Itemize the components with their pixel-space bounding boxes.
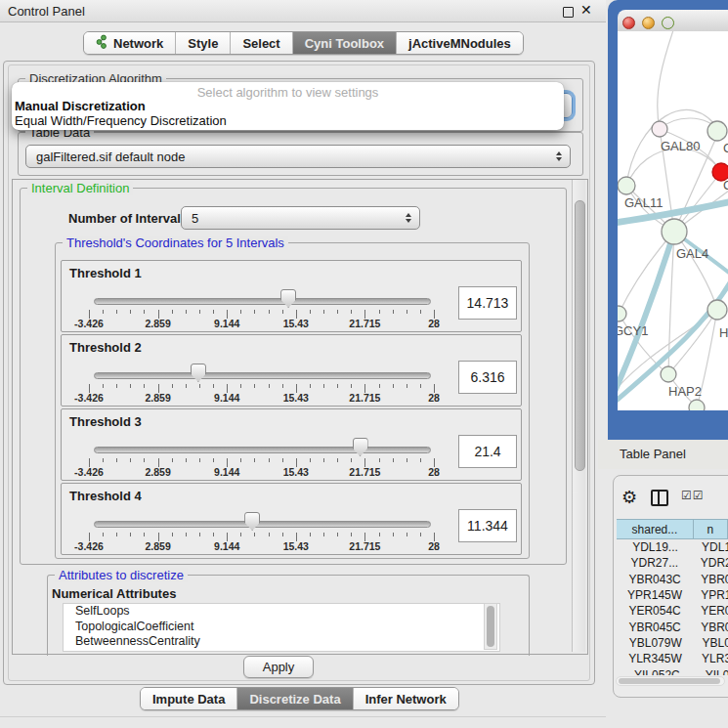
table-row[interactable]: YBL079WYBL0 bbox=[617, 635, 728, 651]
node-gcy1[interactable] bbox=[618, 306, 626, 321]
tab-cyni-toolbox[interactable]: Cyni Toolbox bbox=[293, 32, 397, 54]
combo-arrows-icon bbox=[556, 151, 562, 161]
threshold-4-label: Threshold 4 bbox=[69, 489, 142, 503]
node-bottom[interactable] bbox=[689, 400, 705, 410]
numerical-attributes-label: Numerical Attributes bbox=[52, 586, 176, 601]
table-data-value: galFiltered.sif default node bbox=[36, 150, 185, 164]
tab-jactivemnodules[interactable]: jActiveMNodules bbox=[397, 32, 523, 54]
cyni-bottom-tabs: Impute Data Discretize Data Infer Networ… bbox=[140, 687, 459, 710]
threshold-3-slider-thumb[interactable] bbox=[353, 438, 368, 456]
number-of-intervals-label: Number of Intervals bbox=[68, 211, 188, 226]
thresholds-group-title: Threshold's Coordinates for 5 Intervals bbox=[63, 236, 288, 250]
node-label-gal4: GAL4 bbox=[676, 246, 708, 261]
threshold-1-label: Threshold 1 bbox=[69, 266, 142, 280]
threshold-4-slider-track[interactable] bbox=[94, 521, 431, 528]
table-row[interactable]: YDR27...YDR2 bbox=[617, 555, 728, 571]
panel-scrollbar-thumb[interactable] bbox=[575, 200, 585, 471]
close-icon[interactable]: ✕ bbox=[580, 2, 592, 18]
table-panel-header: Table Panel bbox=[598, 440, 728, 469]
threshold-2-slider-thumb[interactable] bbox=[191, 364, 206, 382]
node-top-right[interactable] bbox=[707, 121, 727, 141]
attributes-group-title: Attributes to discretize bbox=[55, 568, 188, 582]
node-label-clipped-c: C bbox=[723, 178, 728, 193]
minimize-traffic-light-icon[interactable] bbox=[642, 17, 655, 29]
node-gal11[interactable] bbox=[618, 177, 635, 194]
divider bbox=[0, 716, 606, 717]
threshold-2-row: Threshold 2 -3.4262.8599.14415.4321.7152… bbox=[61, 334, 522, 407]
list-item[interactable]: SelfLoops bbox=[64, 604, 499, 620]
tab-style[interactable]: Style bbox=[176, 32, 231, 54]
node-attribute-table[interactable]: shared... n YDL19...YDL1 YDR27...YDR2 YB… bbox=[617, 519, 728, 675]
table-row[interactable]: YBR043CYBR0 bbox=[617, 572, 728, 587]
node-label-h: H bbox=[719, 325, 728, 340]
tab-impute-data[interactable]: Impute Data bbox=[141, 688, 237, 709]
table-row[interactable]: YER054CYER0 bbox=[617, 603, 728, 619]
threshold-4-row: Threshold 4 -3.4262.8599.14415.4321.7152… bbox=[61, 483, 522, 555]
panel-title: Control Panel bbox=[8, 4, 85, 19]
table-row[interactable]: YDL19...YDL1 bbox=[617, 539, 728, 555]
network-canvas[interactable]: GAL80 G C GAL11 GAL4 GCY1 H HAP2 bbox=[618, 31, 728, 410]
dropdown-option-manual[interactable]: Manual Discretization bbox=[15, 99, 146, 113]
network-window-titlebar bbox=[618, 10, 728, 32]
table-horizontal-scrollbar[interactable] bbox=[616, 676, 725, 686]
tab-discretize-data[interactable]: Discretize Data bbox=[237, 688, 353, 709]
node-h[interactable] bbox=[707, 300, 727, 320]
node-gal4[interactable] bbox=[662, 219, 687, 244]
threshold-2-value-field[interactable]: 6.316 bbox=[458, 361, 517, 394]
threshold-1-slider-track[interactable] bbox=[94, 298, 431, 305]
threshold-3-row: Threshold 3 -3.4262.8599.14415.4321.7152… bbox=[61, 408, 522, 481]
table-data-select[interactable]: galFiltered.sif default node bbox=[25, 145, 571, 168]
float-window-icon[interactable] bbox=[563, 7, 574, 18]
gear-icon[interactable]: ⚙ bbox=[621, 487, 637, 507]
column-header-name[interactable]: n bbox=[694, 519, 728, 539]
table-row[interactable]: YLR345WYLR3 bbox=[617, 651, 728, 666]
numerical-attributes-list[interactable]: SelfLoops TopologicalCoefficient Between… bbox=[63, 603, 500, 652]
algorithm-dropdown-popup: Select algorithm to view settings Manual… bbox=[12, 82, 564, 130]
dropdown-option-equal-width[interactable]: Equal Width/Frequency Discretization bbox=[15, 113, 227, 128]
threshold-1-row: Threshold 1 -3.4262.8599.14415.4321.7152… bbox=[61, 260, 522, 332]
tab-network[interactable]: Network bbox=[84, 32, 176, 54]
number-of-intervals-value: 5 bbox=[192, 211, 198, 226]
node-label-gcy1: GCY1 bbox=[618, 323, 648, 338]
threshold-2-label: Threshold 2 bbox=[69, 340, 142, 355]
threshold-3-value-field[interactable]: 21.4 bbox=[458, 435, 517, 468]
table-row[interactable]: YBR045CYBR0 bbox=[617, 619, 728, 634]
node-hap2[interactable] bbox=[661, 366, 676, 382]
table-row[interactable]: YPR145WYPR1 bbox=[617, 587, 728, 603]
threshold-4-slider-thumb[interactable] bbox=[244, 512, 260, 531]
apply-button[interactable]: Apply bbox=[243, 656, 314, 678]
table-hscrollbar-thumb[interactable] bbox=[619, 678, 720, 684]
dropdown-placeholder-item[interactable]: Select algorithm to view settings bbox=[12, 85, 564, 100]
interval-definition-title: Interval Definition bbox=[27, 181, 133, 195]
checkbox-icons[interactable]: ☑☑ bbox=[681, 489, 705, 502]
split-columns-icon[interactable] bbox=[651, 490, 668, 506]
column-header-shared-name[interactable]: shared... bbox=[617, 519, 694, 539]
list-scrollbar[interactable] bbox=[484, 603, 497, 650]
number-of-intervals-select[interactable]: 5 bbox=[181, 206, 420, 230]
tab-select[interactable]: Select bbox=[231, 32, 292, 54]
node-label-clipped-g: G bbox=[723, 141, 728, 155]
threshold-4-value-field[interactable]: 11.344 bbox=[458, 509, 517, 542]
threshold-1-value-field[interactable]: 14.713 bbox=[458, 286, 517, 320]
zoom-traffic-light-icon[interactable] bbox=[662, 17, 674, 29]
node-gal80[interactable] bbox=[652, 121, 667, 137]
control-panel-titlebar: Control Panel ✕ bbox=[0, 0, 606, 22]
combo-arrows-icon bbox=[406, 213, 411, 223]
list-item[interactable]: BetweennessCentrality bbox=[64, 634, 499, 650]
table-panel-title: Table Panel bbox=[620, 447, 686, 461]
tab-infer-network[interactable]: Infer Network bbox=[354, 688, 458, 709]
table-header-row: shared... n bbox=[617, 519, 728, 539]
list-item[interactable]: TopologicalCoefficient bbox=[64, 620, 499, 635]
node-label-hap2: HAP2 bbox=[668, 384, 702, 399]
table-row[interactable]: YIL052CYIL0 bbox=[617, 666, 728, 675]
panel-scrollbar[interactable] bbox=[572, 180, 585, 652]
node-label-gal80: GAL80 bbox=[661, 139, 700, 153]
close-traffic-light-icon[interactable] bbox=[622, 17, 635, 29]
threshold-1-slider-thumb[interactable] bbox=[280, 289, 296, 308]
network-graph-icon bbox=[96, 34, 107, 52]
control-panel-tabs: Network Style Select Cyni Toolbox jActiv… bbox=[83, 31, 524, 55]
threshold-3-slider-track[interactable] bbox=[94, 447, 431, 453]
threshold-3-label: Threshold 3 bbox=[69, 414, 142, 429]
node-label-gal11: GAL11 bbox=[624, 195, 664, 210]
threshold-2-slider-track[interactable] bbox=[94, 372, 431, 379]
